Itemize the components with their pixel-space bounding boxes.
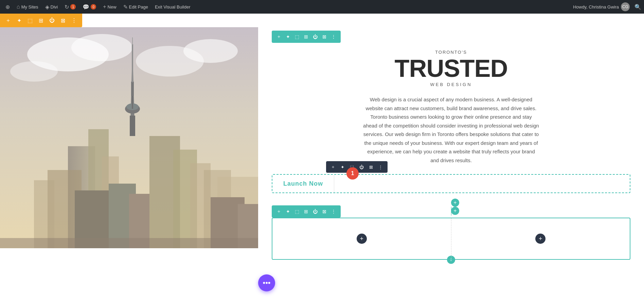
updates-menu[interactable]: ↻ 1 bbox=[62, 0, 78, 14]
divi-power-icon[interactable]: ⏻ bbox=[48, 17, 56, 24]
toolbar-settings-btn[interactable]: ✦ bbox=[284, 33, 292, 40]
pencil-icon: ✎ bbox=[123, 4, 128, 10]
fab-purple-button[interactable]: ••• bbox=[258, 274, 275, 291]
green-col-left: + bbox=[272, 218, 451, 259]
edit-page-button[interactable]: ✎ Edit Page bbox=[121, 0, 151, 14]
green-toolbar-grid-btn[interactable]: ⊞ bbox=[302, 208, 310, 215]
wordpress-icon: ⊕ bbox=[5, 4, 10, 10]
user-greeting: Howdy, Christina Gwira bbox=[573, 4, 619, 10]
green-module-toolbar: ＋ ✦ ⬚ ⊞ ⏻ ⊠ ⋮ bbox=[272, 205, 341, 218]
green-module-row: + + bbox=[272, 218, 630, 260]
body-text: Web design is a crucial aspect of any mo… bbox=[363, 95, 539, 165]
green-toolbar-power-btn[interactable]: ⏻ bbox=[311, 208, 320, 215]
green-toolbar-delete-btn[interactable]: ⊠ bbox=[320, 208, 328, 215]
green-toolbar-more-btn[interactable]: ⋮ bbox=[329, 208, 338, 215]
button-placeholder bbox=[334, 175, 630, 192]
svg-rect-12 bbox=[132, 44, 133, 82]
green-module-section: ＋ ✦ ⬚ ⊞ ⏻ ⊠ ⋮ + + + bbox=[272, 218, 630, 264]
search-icon[interactable]: 🔍 bbox=[634, 4, 641, 10]
svg-rect-11 bbox=[131, 82, 134, 96]
overlay-settings-btn[interactable]: ✦ bbox=[339, 164, 346, 171]
overlay-power-btn[interactable]: ⏻ bbox=[357, 164, 366, 171]
svg-rect-7 bbox=[130, 116, 135, 136]
heading-sub2: WEB DESIGN bbox=[272, 82, 630, 87]
fab-dots-icon: ••• bbox=[263, 278, 270, 287]
main-content: ＋ ✦ ⬚ ⊞ ⏻ ⊠ ⋮ TORONTO'S TRUSTED WEB DESI… bbox=[0, 27, 644, 305]
divi-icon: ◈ bbox=[45, 4, 49, 10]
comments-count: 0 bbox=[91, 4, 96, 10]
toolbar-add-btn[interactable]: ＋ bbox=[274, 33, 283, 41]
divi-delete-icon[interactable]: ⊠ bbox=[59, 17, 67, 24]
svg-point-4 bbox=[183, 39, 238, 63]
heading-block: TORONTO'S TRUSTED WEB DESIGN bbox=[272, 50, 630, 87]
admin-bar-right: Howdy, Christina Gwira CG 🔍 bbox=[573, 2, 641, 11]
toolbar-more-btn[interactable]: ⋮ bbox=[329, 33, 338, 40]
comments-icon: 💬 bbox=[83, 4, 89, 10]
comments-menu[interactable]: 💬 0 bbox=[80, 0, 99, 14]
launch-now-button[interactable]: Launch Now bbox=[272, 175, 334, 192]
plus-icon: + bbox=[103, 4, 106, 10]
add-dot-top[interactable]: + bbox=[451, 199, 459, 207]
avatar[interactable]: CG bbox=[621, 2, 630, 11]
svg-rect-29 bbox=[0, 238, 258, 248]
heading-main: TRUSTED bbox=[272, 56, 630, 81]
overlay-add-btn[interactable]: ＋ bbox=[329, 163, 337, 171]
new-menu[interactable]: + New bbox=[100, 0, 119, 14]
divi-add-icon[interactable]: ＋ bbox=[4, 16, 12, 25]
toolbar-delete-btn[interactable]: ⊠ bbox=[320, 33, 328, 40]
divi-menu[interactable]: ◈ Divi bbox=[42, 0, 61, 14]
overlay-delete-btn[interactable]: ⊠ bbox=[367, 164, 375, 171]
updates-icon: ↻ bbox=[65, 4, 69, 10]
divi-settings-icon[interactable]: ✦ bbox=[16, 17, 23, 24]
updates-count: 1 bbox=[70, 4, 76, 10]
add-dot-middle[interactable]: + bbox=[451, 207, 459, 215]
green-add-circle-right[interactable]: + bbox=[535, 234, 545, 244]
svg-point-5 bbox=[10, 61, 58, 82]
city-image bbox=[0, 27, 258, 248]
heading-subtitle: TORONTO'S bbox=[272, 50, 630, 55]
toolbar-grid-btn[interactable]: ⊞ bbox=[302, 33, 310, 40]
divi-grid-icon[interactable]: ⊞ bbox=[37, 17, 44, 24]
toolbar-power-btn[interactable]: ⏻ bbox=[311, 33, 320, 40]
wp-logo[interactable]: ⊕ bbox=[3, 0, 13, 14]
green-toolbar-add-btn[interactable]: ＋ bbox=[274, 207, 283, 216]
left-column bbox=[0, 27, 258, 305]
city-skyline-svg bbox=[0, 27, 258, 248]
house-icon: ⌂ bbox=[17, 4, 20, 10]
green-col-right: + bbox=[451, 218, 630, 259]
green-add-circle-left[interactable]: + bbox=[357, 234, 367, 244]
divi-copy-icon[interactable]: ⬚ bbox=[26, 17, 34, 24]
my-sites-menu[interactable]: ⌂ My Sites bbox=[14, 0, 41, 14]
svg-rect-13 bbox=[132, 37, 133, 45]
button-section: 1 ＋ ✦ ⬚ ⏻ ⊠ ⋮ Launch Now bbox=[272, 174, 630, 193]
svg-rect-10 bbox=[132, 95, 133, 109]
divi-more-icon[interactable]: ⋮ bbox=[70, 17, 78, 24]
green-toolbar-copy-btn[interactable]: ⬚ bbox=[293, 208, 301, 215]
notification-badge: 1 bbox=[346, 167, 359, 180]
svg-point-2 bbox=[71, 34, 132, 61]
right-column: ＋ ✦ ⬚ ⊞ ⏻ ⊠ ⋮ TORONTO'S TRUSTED WEB DESI… bbox=[258, 27, 644, 305]
exit-visual-builder-button[interactable]: Exit Visual Builder bbox=[152, 0, 193, 14]
module-toolbar-top: ＋ ✦ ⬚ ⊞ ⏻ ⊠ ⋮ bbox=[272, 31, 341, 43]
overlay-more-btn[interactable]: ⋮ bbox=[376, 164, 385, 171]
admin-bar: ⊕ ⌂ My Sites ◈ Divi ↻ 1 💬 0 + New ✎ Edit… bbox=[0, 0, 644, 14]
green-toolbar-settings-btn[interactable]: ✦ bbox=[284, 208, 292, 215]
divi-builder-bar: ＋ ✦ ⬚ ⊞ ⏻ ⊠ ⋮ bbox=[0, 14, 82, 27]
toolbar-copy-btn[interactable]: ⬚ bbox=[293, 33, 301, 40]
button-row: Launch Now bbox=[272, 174, 630, 193]
